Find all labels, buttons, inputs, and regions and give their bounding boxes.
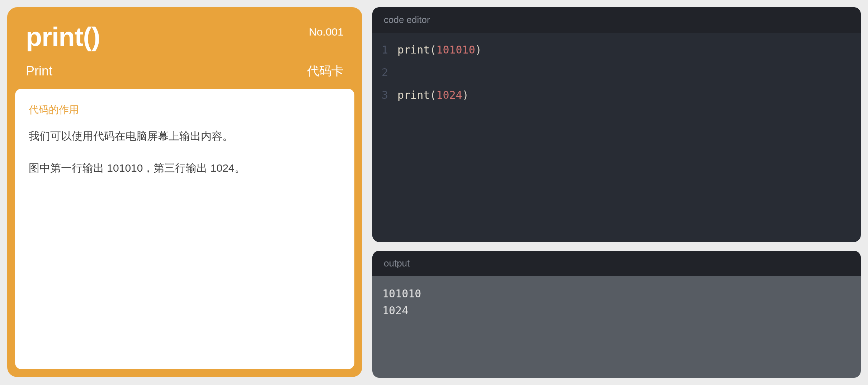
- line-number: 3: [372, 84, 388, 106]
- card-number: No.001: [309, 26, 344, 38]
- card-paragraphs: 我们可以使用代码在电脑屏幕上输出内容。图中第一行输出 101010，第三行输出 …: [29, 127, 341, 177]
- card-paragraph: 图中第一行输出 101010，第三行输出 1024。: [29, 159, 341, 177]
- card-subtitle: Print: [26, 64, 52, 79]
- line-number: 2: [372, 61, 388, 84]
- code-line[interactable]: print(1024): [397, 84, 861, 106]
- token-paren: ): [462, 89, 469, 101]
- card-subheader: Print 代码卡: [15, 52, 354, 89]
- token-fn: print: [397, 89, 430, 101]
- card-body: 代码的作用 我们可以使用代码在电脑屏幕上输出内容。图中第一行输出 101010，…: [15, 89, 354, 369]
- code-lines[interactable]: print(101010) print(1024): [392, 38, 861, 242]
- code-editor-header: code editor: [372, 7, 861, 33]
- card-header: print() No.001: [15, 15, 354, 52]
- line-number-gutter: 123: [372, 38, 392, 242]
- output-panel: output 101010 1024: [372, 251, 861, 378]
- card-type: 代码卡: [307, 63, 344, 79]
- code-line[interactable]: [397, 61, 861, 84]
- code-editor-panel: code editor 123 print(101010) print(1024…: [372, 7, 861, 242]
- token-paren: (: [430, 89, 436, 101]
- code-line[interactable]: print(101010): [397, 38, 861, 61]
- token-paren: ): [475, 43, 482, 56]
- card-paragraph: 我们可以使用代码在电脑屏幕上输出内容。: [29, 127, 341, 145]
- right-panel: code editor 123 print(101010) print(1024…: [372, 7, 861, 378]
- token-fn: print: [397, 43, 430, 56]
- line-number: 1: [372, 38, 388, 61]
- output-header: output: [372, 251, 861, 276]
- card-title: print(): [26, 22, 100, 52]
- code-card: print() No.001 Print 代码卡 代码的作用 我们可以使用代码在…: [7, 7, 362, 377]
- code-editor-body[interactable]: 123 print(101010) print(1024): [372, 33, 861, 242]
- card-section-title: 代码的作用: [29, 103, 341, 117]
- token-num: 1024: [436, 89, 462, 101]
- output-body: 101010 1024: [372, 276, 861, 328]
- token-num: 101010: [436, 43, 475, 56]
- token-paren: (: [430, 43, 436, 56]
